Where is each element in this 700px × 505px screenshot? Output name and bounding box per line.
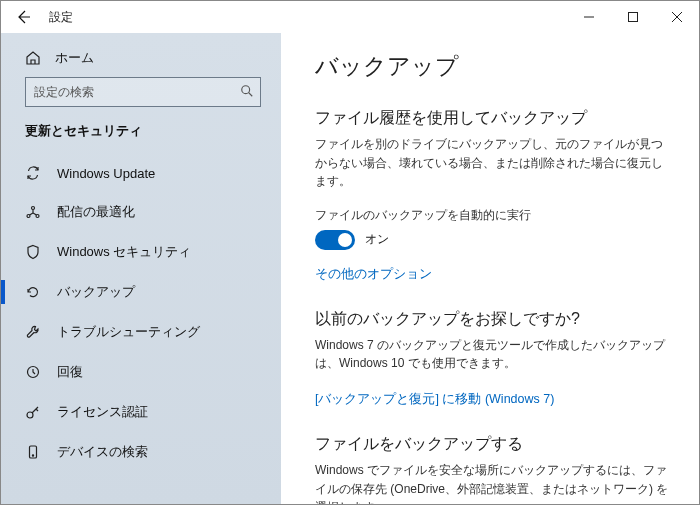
section-previous-backup-desc: Windows 7 のバックアップと復元ツールで作成したバックアップは、Wind… bbox=[315, 336, 671, 373]
page-title: バックアップ bbox=[315, 51, 671, 82]
svg-point-6 bbox=[32, 207, 35, 210]
auto-backup-toggle-row: オン bbox=[315, 230, 671, 250]
sidebar-item-delivery-optimization[interactable]: 配信の最適化 bbox=[1, 192, 281, 232]
sidebar-item-windows-security[interactable]: Windows セキュリティ bbox=[1, 232, 281, 272]
svg-rect-1 bbox=[629, 13, 638, 22]
sidebar-item-recovery[interactable]: 回復 bbox=[1, 352, 281, 392]
sidebar-group-title: 更新とセキュリティ bbox=[1, 121, 281, 154]
window-controls bbox=[567, 1, 699, 33]
maximize-button[interactable] bbox=[611, 1, 655, 33]
svg-line-5 bbox=[249, 93, 253, 97]
sidebar-item-label: 配信の最適化 bbox=[57, 203, 135, 221]
section-file-history-heading: ファイル履歴を使用してバックアップ bbox=[315, 108, 671, 129]
sidebar-home[interactable]: ホーム bbox=[1, 41, 281, 77]
key-icon bbox=[25, 404, 41, 420]
home-icon bbox=[25, 50, 41, 66]
svg-point-12 bbox=[32, 455, 33, 456]
sidebar-home-label: ホーム bbox=[55, 49, 94, 67]
find-device-icon bbox=[25, 444, 41, 460]
sidebar-item-find-my-device[interactable]: デバイスの検索 bbox=[1, 432, 281, 472]
toggle-state-label: オン bbox=[365, 231, 389, 248]
minimize-button[interactable] bbox=[567, 1, 611, 33]
sidebar-item-troubleshoot[interactable]: トラブルシューティング bbox=[1, 312, 281, 352]
sidebar-item-label: デバイスの検索 bbox=[57, 443, 148, 461]
auto-backup-toggle[interactable] bbox=[315, 230, 355, 250]
title-bar: 設定 bbox=[1, 1, 699, 33]
sidebar-item-activation[interactable]: ライセンス認証 bbox=[1, 392, 281, 432]
sidebar-item-label: トラブルシューティング bbox=[57, 323, 200, 341]
close-button[interactable] bbox=[655, 1, 699, 33]
titlebar-left: 設定 bbox=[1, 9, 73, 26]
section-backup-files-desc: Windows でファイルを安全な場所にバックアップするには、ファイルの保存先 … bbox=[315, 461, 671, 504]
delivery-icon bbox=[25, 204, 41, 220]
toggle-heading: ファイルのバックアップを自動的に実行 bbox=[315, 207, 671, 224]
shield-icon bbox=[25, 244, 41, 260]
search-icon bbox=[239, 83, 255, 99]
more-options-link[interactable]: その他のオプション bbox=[315, 266, 432, 283]
settings-window: 設定 ホーム 更新とセキュ bbox=[0, 0, 700, 505]
back-button[interactable] bbox=[15, 9, 31, 25]
search-box[interactable] bbox=[25, 77, 261, 107]
recovery-icon bbox=[25, 364, 41, 380]
wrench-icon bbox=[25, 324, 41, 340]
svg-point-4 bbox=[242, 86, 250, 94]
go-to-backup-restore-link[interactable]: [バックアップと復元] に移動 (Windows 7) bbox=[315, 391, 554, 408]
sync-icon bbox=[25, 165, 41, 181]
sidebar-item-label: Windows Update bbox=[57, 166, 155, 181]
sidebar-item-backup[interactable]: バックアップ bbox=[1, 272, 281, 312]
sidebar-nav: Windows Update 配信の最適化 Windows セキュリティ bbox=[1, 154, 281, 472]
sidebar: ホーム 更新とセキュリティ Windows Update bbox=[1, 33, 281, 504]
sidebar-item-label: Windows セキュリティ bbox=[57, 243, 191, 261]
sidebar-item-windows-update[interactable]: Windows Update bbox=[1, 154, 281, 192]
section-file-history-desc: ファイルを別のドライブにバックアップし、元のファイルが見つからない場合、壊れてい… bbox=[315, 135, 671, 191]
search-input[interactable] bbox=[25, 77, 261, 107]
sidebar-item-label: バックアップ bbox=[57, 283, 135, 301]
content: バックアップ ファイル履歴を使用してバックアップ ファイルを別のドライブにバック… bbox=[281, 33, 699, 504]
section-backup-files-heading: ファイルをバックアップする bbox=[315, 434, 671, 455]
window-title: 設定 bbox=[49, 9, 73, 26]
sidebar-item-label: ライセンス認証 bbox=[57, 403, 148, 421]
section-previous-backup-heading: 以前のバックアップをお探しですか? bbox=[315, 309, 671, 330]
search-wrap bbox=[1, 77, 281, 121]
backup-icon bbox=[25, 284, 41, 300]
window-body: ホーム 更新とセキュリティ Windows Update bbox=[1, 33, 699, 504]
sidebar-item-label: 回復 bbox=[57, 363, 83, 381]
